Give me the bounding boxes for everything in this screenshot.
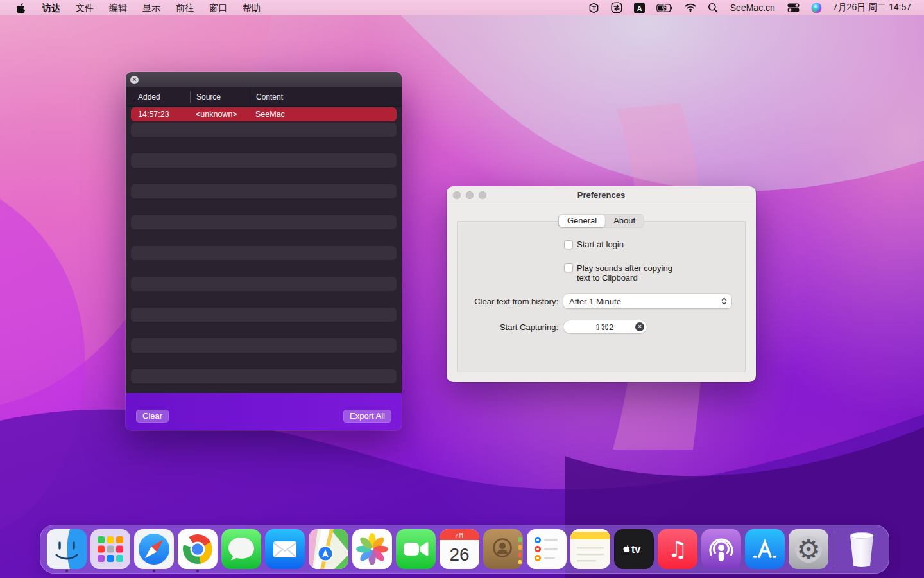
search-icon[interactable] — [702, 3, 724, 13]
menu-file[interactable]: 文件 — [68, 0, 101, 15]
svg-text:7月: 7月 — [455, 532, 465, 539]
start-at-login-label: Start at login — [577, 240, 624, 249]
row-stripe — [131, 369, 397, 383]
dock-calendar-icon[interactable]: 7月26 — [438, 525, 481, 574]
dock-contacts-icon[interactable] — [481, 525, 525, 574]
history-title-bar[interactable]: ✕ — [126, 72, 402, 87]
row-stripe — [131, 184, 397, 198]
preferences-title-bar[interactable]: Preferences — [447, 186, 756, 204]
history-row-empty[interactable] — [126, 276, 402, 292]
running-indicator-dot — [65, 570, 68, 572]
history-row-empty[interactable] — [126, 153, 402, 168]
menubar-clock[interactable]: 7月26日 周二 14:57 — [828, 2, 916, 13]
cell-added: 14:57:23 — [131, 110, 190, 119]
tab-about[interactable]: About — [605, 215, 644, 227]
shortcut-recorder[interactable]: ⇧⌘2 ✕ — [563, 320, 647, 333]
dock-settings-icon[interactable]: ⚙ — [787, 525, 830, 574]
column-header-source[interactable]: Source — [190, 91, 250, 103]
history-row-empty[interactable] — [126, 353, 402, 369]
row-stripe — [131, 246, 397, 260]
history-row-empty[interactable] — [126, 292, 402, 307]
clear-history-popup[interactable]: After 1 Minute — [563, 294, 732, 308]
row-stripe — [131, 308, 397, 322]
dock-podcasts-icon[interactable] — [699, 525, 743, 574]
svg-text:A: A — [637, 4, 642, 12]
control-center-icon[interactable] — [782, 3, 805, 12]
cell-source: <unknown> — [190, 110, 250, 119]
input-source-a-icon[interactable]: A — [628, 3, 651, 13]
history-row-empty[interactable] — [126, 122, 402, 137]
dock-trash-icon[interactable] — [840, 525, 884, 574]
menu-go[interactable]: 前往 — [168, 0, 201, 15]
dock-finder-icon[interactable] — [45, 525, 89, 574]
clear-history-label: Clear text from history: — [447, 297, 558, 306]
column-header-content[interactable]: Content — [250, 91, 402, 103]
running-indicator-dot — [153, 570, 155, 572]
dock-photos-icon[interactable] — [350, 525, 394, 574]
dock-appstore-icon[interactable] — [743, 525, 787, 574]
history-table-header: Added Source Content — [126, 87, 402, 107]
tab-general[interactable]: General — [559, 215, 605, 227]
start-capturing-label: Start Capturing: — [447, 322, 558, 332]
box-icon[interactable] — [583, 3, 605, 13]
shortcut-keys: ⇧⌘2 — [563, 322, 635, 332]
menu-view[interactable]: 显示 — [135, 0, 168, 15]
dock-reminders-icon[interactable] — [525, 525, 569, 574]
clear-button[interactable]: Clear — [136, 410, 169, 423]
history-row-empty[interactable] — [126, 384, 402, 393]
minimize-button[interactable] — [466, 191, 474, 199]
preferences-window: Preferences General About Start at login… — [447, 186, 756, 382]
dock-notes-icon[interactable] — [569, 525, 612, 574]
row-stripe — [131, 277, 397, 291]
history-row-empty[interactable] — [126, 184, 402, 199]
start-at-login-checkbox[interactable] — [564, 240, 573, 249]
dock-launchpad-icon[interactable] — [89, 525, 132, 574]
history-row-empty[interactable] — [126, 322, 402, 338]
close-button[interactable] — [453, 191, 461, 199]
apple-menu-icon[interactable] — [8, 3, 35, 13]
menu-window[interactable]: 窗口 — [201, 0, 235, 15]
history-row-empty[interactable] — [126, 261, 402, 276]
dock-messages-icon[interactable] — [219, 525, 263, 574]
row-stripe — [131, 338, 397, 353]
dock-safari-icon[interactable] — [132, 525, 176, 574]
dock-facetime-icon[interactable] — [394, 525, 438, 574]
zoom-button[interactable] — [479, 191, 486, 199]
menu-bar: 访达 文件 编辑 显示 前往 窗口 帮助 A SeeMac.cn — [0, 0, 924, 15]
history-row-selected[interactable]: 14:57:23<unknown>SeeMac — [126, 107, 402, 122]
history-row-empty[interactable] — [126, 168, 402, 184]
history-row-empty[interactable] — [126, 245, 402, 261]
transfer-icon[interactable] — [605, 2, 628, 13]
clear-shortcut-icon[interactable]: ✕ — [635, 322, 644, 331]
row-stripe — [131, 215, 397, 229]
close-icon[interactable]: ✕ — [130, 76, 139, 84]
window-title: Preferences — [447, 186, 756, 204]
tab-bar: General About — [558, 214, 644, 228]
dock-divider — [835, 531, 835, 567]
history-row-empty[interactable] — [126, 199, 402, 215]
history-row-empty[interactable] — [126, 369, 402, 384]
history-row-empty[interactable] — [126, 230, 402, 245]
dock-chrome-icon[interactable] — [176, 525, 219, 574]
wifi-icon[interactable] — [679, 3, 702, 12]
export-all-button[interactable]: Export All — [343, 410, 391, 423]
dock-tv-icon[interactable]: tv — [612, 525, 656, 574]
svg-text:26: 26 — [449, 545, 469, 565]
menu-edit[interactable]: 编辑 — [101, 0, 135, 15]
dock-maps-icon[interactable] — [307, 525, 350, 574]
history-row-empty[interactable] — [126, 215, 402, 230]
column-header-added[interactable]: Added — [126, 91, 190, 103]
menu-help[interactable]: 帮助 — [235, 0, 268, 15]
stepper-icon — [719, 296, 729, 306]
battery-charging-icon[interactable] — [651, 4, 679, 12]
menu-app[interactable]: 访达 — [35, 0, 68, 15]
history-row-empty[interactable] — [126, 307, 402, 322]
dock-music-icon[interactable]: ♫ — [656, 525, 699, 574]
dock-mail-icon[interactable] — [263, 525, 307, 574]
history-row-empty[interactable] — [126, 137, 402, 153]
history-row-empty[interactable] — [126, 338, 402, 353]
play-sounds-checkbox[interactable] — [564, 263, 573, 272]
svg-text:♫: ♫ — [668, 536, 687, 562]
menubar-app-name[interactable]: SeeMac.cn — [724, 3, 782, 13]
siri-icon[interactable] — [805, 3, 828, 13]
